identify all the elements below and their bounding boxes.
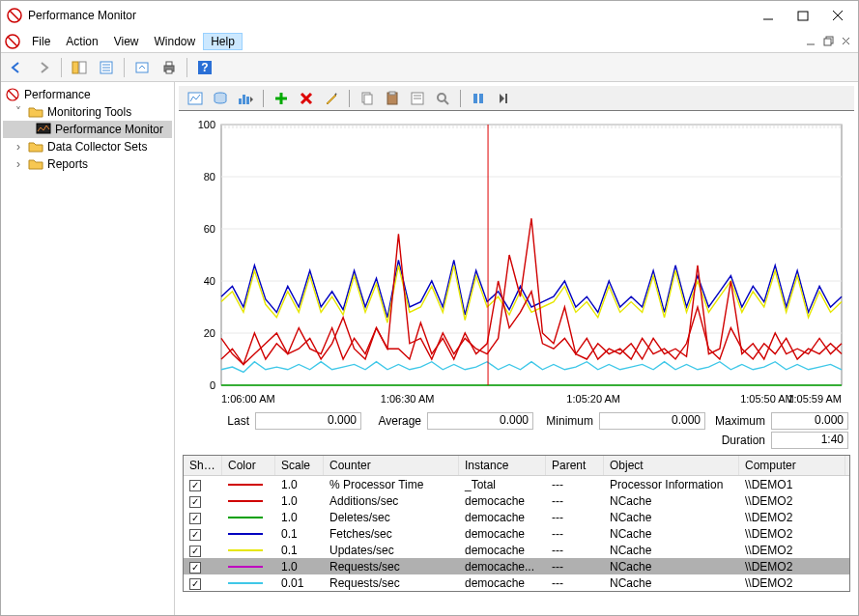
tree-monitoring-tools[interactable]: ˅ Monitoring Tools [3,103,172,121]
show-hide-tree-button[interactable] [68,56,91,79]
menu-help[interactable]: Help [203,33,243,50]
chart-area[interactable]: 1008060402001:06:00 AM1:06:30 AM1:05:20 … [183,119,850,408]
export-button[interactable] [130,56,154,79]
computer-cell: \\DEMO2 [739,576,845,590]
col-color[interactable]: Color [222,456,275,475]
svg-rect-43 [479,94,483,103]
minimize-button[interactable] [759,7,777,24]
graph-type-button[interactable] [235,88,256,109]
app-icon-small [5,34,20,49]
tree-view[interactable]: Performance ˅ Monitoring Tools Performan… [1,82,175,615]
update-button[interactable] [493,88,514,109]
col-computer[interactable]: Computer [739,456,845,475]
close-button[interactable] [829,7,846,24]
menu-window[interactable]: Window [147,33,204,50]
counter-table[interactable]: Show Color Scale Counter Instance Parent… [183,455,850,592]
svg-text:0: 0 [210,379,215,391]
svg-rect-34 [364,95,372,104]
tree-data-collector-sets[interactable]: › Data Collector Sets [3,138,172,155]
tree-root-performance[interactable]: Performance [3,86,172,103]
col-show[interactable]: Show [184,456,222,475]
zoom-button[interactable] [432,88,453,109]
scale-cell: 1.0 [275,494,324,508]
last-value: 0.000 [255,412,361,430]
mdi-close-button[interactable] [839,34,854,49]
menu-action[interactable]: Action [58,33,105,50]
parent-cell: --- [546,494,604,508]
tree-reports[interactable]: › Reports [3,155,172,173]
expander-icon[interactable]: › [13,157,24,171]
object-cell: NCache [604,576,739,590]
duration-value: 1:40 [771,432,848,449]
scale-cell: 1.0 [275,560,324,574]
help-button[interactable]: ? [193,56,216,79]
color-cell [222,484,275,486]
computer-cell: \\DEMO1 [739,478,845,491]
computer-cell: \\DEMO2 [739,494,845,508]
title-bar: Performance Monitor [1,1,858,30]
maximize-button[interactable] [794,7,812,24]
svg-rect-14 [79,62,86,73]
mdi-minimize-button[interactable] [804,34,819,49]
back-button[interactable] [5,56,28,79]
counter-cell: Deletes/sec [324,511,459,524]
counter-cell: Requests/sec [324,560,459,574]
table-row[interactable]: ✓0.01Requests/secdemocache---NCache\\DEM… [184,574,849,591]
show-checkbox[interactable]: ✓ [189,578,201,590]
scale-cell: 1.0 [275,478,324,491]
table-row[interactable]: ✓0.1Updates/secdemocache---NCache\\DEMO2 [184,542,849,558]
properties-counter-button[interactable] [407,88,428,109]
svg-rect-13 [72,62,78,73]
instance-cell: _Total [459,478,546,491]
instance-cell: democache [459,544,546,557]
view-log-button[interactable] [210,88,231,109]
parent-cell: --- [546,544,604,557]
properties-button[interactable] [95,56,118,79]
table-row[interactable]: ✓1.0Requests/secdemocache...---NCache\\D… [184,558,849,574]
show-checkbox[interactable]: ✓ [189,546,201,557]
view-current-button[interactable] [185,88,206,109]
mdi-restore-button[interactable] [821,34,837,49]
table-row[interactable]: ✓0.1Fetches/secdemocache---NCache\\DEMO2 [184,525,849,542]
menu-file[interactable]: File [24,33,58,50]
menu-bar: File Action View Window Help [1,30,858,53]
counter-cell: % Processor Time [324,478,459,491]
col-object[interactable]: Object [604,456,739,475]
col-scale[interactable]: Scale [275,456,324,475]
tree-performance-monitor[interactable]: Performance Monitor [3,121,172,138]
table-row[interactable]: ✓1.0Deletes/secdemocache---NCache\\DEMO2 [184,509,849,525]
maximum-value: 0.000 [771,412,848,430]
menu-view[interactable]: View [106,33,147,50]
col-counter[interactable]: Counter [324,456,459,475]
expander-icon[interactable]: › [13,140,24,154]
col-parent[interactable]: Parent [546,456,604,475]
copy-button[interactable] [357,88,378,109]
tree-label: Data Collector Sets [47,140,147,154]
minimum-label: Minimum [539,414,593,428]
scale-cell: 0.01 [275,576,324,590]
paste-button[interactable] [382,88,403,109]
line-chart: 1008060402001:06:00 AM1:06:30 AM1:05:20 … [183,119,849,408]
freeze-button[interactable] [468,88,489,109]
show-checkbox[interactable]: ✓ [189,480,201,491]
average-label: Average [367,414,421,428]
svg-rect-32 [246,97,249,104]
col-instance[interactable]: Instance [459,456,546,475]
highlight-button[interactable] [321,88,342,109]
delete-counter-button[interactable] [296,88,317,109]
forward-button[interactable] [32,56,55,79]
show-checkbox[interactable]: ✓ [189,496,201,508]
duration-label: Duration [711,434,765,447]
svg-text:?: ? [201,61,208,74]
print-button[interactable] [157,56,181,79]
table-row[interactable]: ✓1.0Additions/secdemocache---NCache\\DEM… [184,492,849,509]
show-checkbox[interactable]: ✓ [189,562,201,574]
color-cell [222,500,275,502]
show-checkbox[interactable]: ✓ [189,513,201,524]
window-title: Performance Monitor [28,9,759,22]
expander-icon[interactable]: ˅ [13,105,24,119]
show-checkbox[interactable]: ✓ [189,529,201,541]
color-cell [222,566,275,568]
add-counter-button[interactable] [271,88,292,109]
table-row[interactable]: ✓1.0% Processor Time_Total---Processor I… [184,476,849,492]
